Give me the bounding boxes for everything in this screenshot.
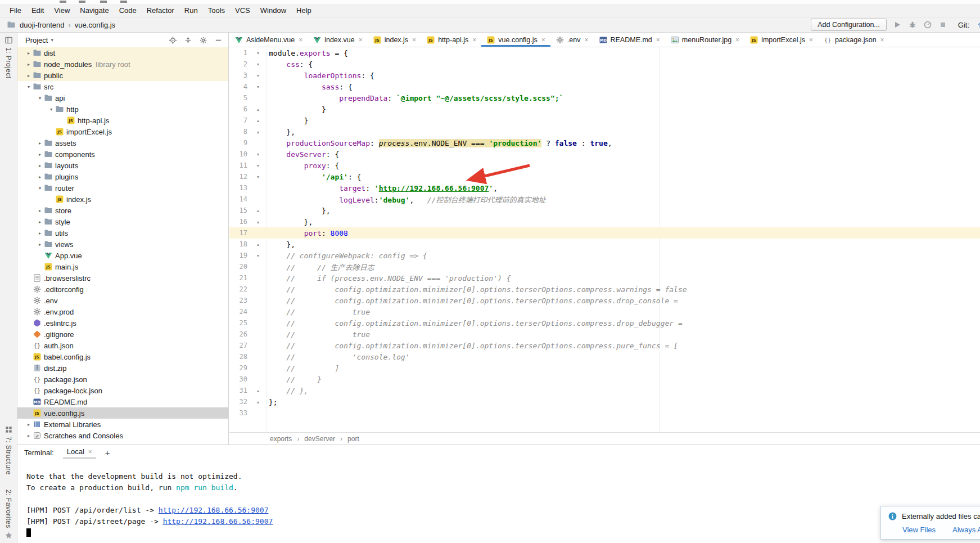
tree-item-store[interactable]: ▸store	[17, 205, 228, 216]
fold-marker-icon[interactable]: ▴	[247, 118, 269, 123]
tree-item-src[interactable]: ▾src	[17, 81, 228, 92]
tab-asidemenu.vue[interactable]: AsideMenu.vue×	[229, 33, 308, 47]
terminal-url-link[interactable]: http://192.168.66.56:9007	[163, 517, 273, 526]
tree-item-app.vue[interactable]: App.vue	[17, 250, 228, 261]
code-line-30[interactable]: 30 // }	[229, 374, 980, 385]
tree-item-.gitignore[interactable]: .gitignore	[17, 329, 228, 340]
terminal-output[interactable]: Note that the development build is not o…	[17, 460, 980, 540]
chevron-right-icon[interactable]: ▸	[25, 51, 32, 56]
fold-marker-icon[interactable]: ▴	[247, 219, 269, 225]
tree-item-http[interactable]: ▾http	[17, 104, 228, 115]
tree-item-vue.config.js[interactable]: JSvue.config.js	[17, 407, 228, 419]
menu-refactor[interactable]: Refactor	[142, 5, 179, 16]
chevron-down-icon[interactable]: ▾	[48, 107, 55, 112]
fold-marker-icon[interactable]: ▴	[247, 129, 269, 134]
terminal-url-link[interactable]: http://192.168.66.56:9007	[159, 506, 269, 514]
always-add-link[interactable]: Always Add	[952, 526, 980, 534]
add-configuration-button[interactable]: Add Configuration...	[811, 19, 887, 31]
menu-tools[interactable]: Tools	[203, 5, 230, 16]
code-line-8[interactable]: 8▴ },	[229, 126, 980, 137]
code-line-29[interactable]: 29 // ]	[229, 362, 980, 374]
stripe-structure-button[interactable]: 7: Structure	[4, 425, 13, 475]
tree-item-dist.zip[interactable]: dist.zip	[17, 362, 228, 374]
tree-item-.env[interactable]: .env	[17, 295, 228, 306]
fold-marker-icon[interactable]: ▾	[247, 152, 269, 157]
code-line-31[interactable]: 31▴ // },	[229, 385, 980, 396]
chevron-right-icon[interactable]: ▸	[37, 141, 43, 146]
tab-readme.md[interactable]: MDREADME.md×	[594, 33, 665, 47]
chevron-down-icon[interactable]: ▾	[37, 96, 43, 101]
menu-window[interactable]: Window	[255, 5, 291, 16]
code-line-21[interactable]: 21 // if (process.env.NODE_ENV === 'prod…	[229, 272, 980, 284]
tree-item-layouts[interactable]: ▸layouts	[17, 160, 228, 171]
code-editor[interactable]: 1▾module.exports = {2▾ css: {3▾ loaderOp…	[229, 47, 980, 432]
new-terminal-button[interactable]: +	[105, 448, 110, 457]
tree-item-public[interactable]: ▸public	[17, 70, 228, 81]
fold-marker-icon[interactable]: ▴	[247, 208, 269, 213]
code-line-33[interactable]: 33	[229, 407, 980, 419]
code-line-3[interactable]: 3▾ loaderOptions: {	[229, 70, 980, 81]
git-update-icon[interactable]	[976, 20, 980, 29]
code-line-16[interactable]: 16▴ },	[229, 216, 980, 227]
collapse-all-icon[interactable]	[184, 36, 192, 44]
fold-marker-icon[interactable]: ▴	[247, 388, 269, 393]
tree-item-components[interactable]: ▸components	[17, 149, 228, 160]
chevron-right-icon[interactable]: ▸	[37, 174, 43, 179]
code-line-18[interactable]: 18▴ },	[229, 239, 980, 250]
fold-marker-icon[interactable]: ▾	[247, 253, 269, 258]
close-icon[interactable]: ×	[412, 36, 416, 44]
tree-item-index.js[interactable]: JSindex.js	[17, 194, 228, 205]
fold-marker-icon[interactable]: ▴	[247, 400, 269, 405]
code-line-2[interactable]: 2▾ css: {	[229, 59, 980, 70]
fold-marker-icon[interactable]: ▾	[247, 51, 269, 56]
close-icon[interactable]: ×	[656, 36, 660, 44]
close-icon[interactable]: ×	[88, 448, 92, 456]
code-line-9[interactable]: 9 productionSourceMap: process.env.NODE_…	[229, 137, 980, 149]
run-icon[interactable]	[893, 20, 902, 29]
tree-item-style[interactable]: ▸style	[17, 216, 228, 227]
menu-view[interactable]: View	[49, 5, 75, 16]
code-line-10[interactable]: 10▾ devServer: {	[229, 149, 980, 160]
code-line-24[interactable]: 24 // true	[229, 306, 980, 317]
breadcrumb-exports[interactable]: exports	[270, 435, 292, 443]
tree-item-main.js[interactable]: JSmain.js	[17, 261, 228, 272]
tree-item-readme.md[interactable]: MDREADME.md	[17, 396, 228, 407]
tab-.env[interactable]: .env×	[550, 33, 594, 47]
menu-edit[interactable]: Edit	[26, 5, 49, 16]
menu-code[interactable]: Code	[114, 5, 142, 16]
code-line-28[interactable]: 28 // 'console.log'	[229, 351, 980, 362]
code-line-6[interactable]: 6▴ }	[229, 104, 980, 115]
tree-item-babel.config.js[interactable]: JSbabel.config.js	[17, 351, 228, 362]
chevron-right-icon[interactable]: ▸	[37, 208, 43, 213]
view-files-link[interactable]: View Files	[902, 526, 936, 534]
code-line-23[interactable]: 23 // config.optimization.minimizer[0].o…	[229, 295, 980, 306]
code-line-11[interactable]: 11▾ proxy: {	[229, 160, 980, 171]
tree-item-auth.json[interactable]: {}auth.json	[17, 340, 228, 351]
code-line-12[interactable]: 12▾ '/api': {	[229, 171, 980, 182]
tree-item-importexcel.js[interactable]: JSimportExcel.js	[17, 126, 228, 137]
tree-item-node-modules[interactable]: ▸node_moduleslibrary root	[17, 59, 228, 70]
tree-item-api[interactable]: ▾api	[17, 92, 228, 104]
close-icon[interactable]: ×	[809, 36, 813, 44]
tree-item-.env.prod[interactable]: .env.prod	[17, 306, 228, 317]
code-line-22[interactable]: 22 // config.optimization.minimizer[0].o…	[229, 284, 980, 295]
code-line-15[interactable]: 15▴ },	[229, 205, 980, 216]
project-panel-title[interactable]: Project	[25, 36, 48, 44]
menu-vcs[interactable]: VCS	[230, 5, 255, 16]
close-icon[interactable]: ×	[359, 36, 363, 44]
tab-index.js[interactable]: JSindex.js×	[368, 33, 421, 47]
tree-item-.eslintrc.js[interactable]: .eslintrc.js	[17, 317, 228, 329]
tree-item-assets[interactable]: ▸assets	[17, 137, 228, 149]
locate-icon[interactable]	[169, 36, 177, 44]
fold-marker-icon[interactable]: ▾	[247, 174, 269, 179]
fold-marker-icon[interactable]: ▾	[247, 73, 269, 78]
debug-icon[interactable]	[908, 20, 917, 29]
tree-item-router[interactable]: ▾router	[17, 182, 228, 194]
menu-run[interactable]: Run	[179, 5, 203, 16]
code-line-4[interactable]: 4▾ sass: {	[229, 81, 980, 92]
code-line-20[interactable]: 20 // // 生产去除日志	[229, 261, 980, 272]
code-line-1[interactable]: 1▾module.exports = {	[229, 47, 980, 59]
code-line-14[interactable]: 14 logLevel:'debug', //控制台终端打印代理前的真实地址	[229, 194, 980, 205]
close-icon[interactable]: ×	[735, 36, 739, 44]
tree-item-dist[interactable]: ▸dist	[17, 47, 228, 59]
